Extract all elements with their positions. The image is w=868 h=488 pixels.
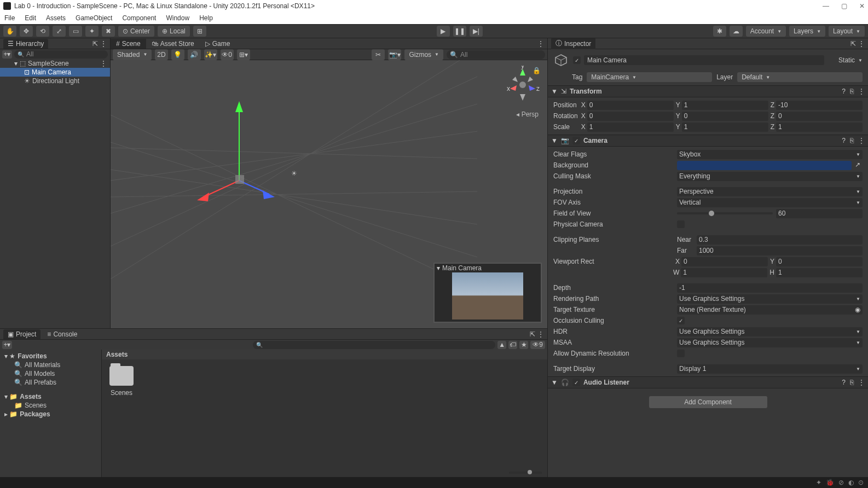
menu-icon[interactable]: ⋮ [858, 137, 865, 144]
layers-dropdown[interactable]: Layers▼ [789, 26, 825, 37]
assets-header[interactable]: ▾ 📁 Assets [0, 392, 101, 401]
tab-menu-icon[interactable]: ⋮ [537, 40, 544, 48]
tag-dropdown[interactable]: MainCamera▼ [587, 72, 712, 82]
custom-tool-icon[interactable]: ✖ [102, 26, 115, 37]
snap-toggle-icon[interactable]: ⊞ [193, 26, 206, 37]
tab-asset-store[interactable]: 🛍 Asset Store [146, 39, 200, 49]
tools-icon[interactable]: ✂ [372, 49, 385, 60]
fov-axis-dropdown[interactable]: Vertical▼ [677, 198, 863, 207]
hand-tool-icon[interactable]: ✋ [3, 26, 16, 37]
space-toggle[interactable]: ⊕Local [158, 26, 190, 37]
menu-icon[interactable]: ⋮ [537, 330, 544, 338]
directional-light-icon[interactable]: ☀ [291, 170, 297, 177]
preset-icon[interactable]: ⎘ [850, 137, 854, 144]
messages-icon[interactable]: ⊙ [858, 479, 864, 486]
projection-label[interactable]: ◂ Persp [516, 111, 539, 118]
help-icon[interactable]: ? [842, 379, 846, 386]
collab-icon[interactable]: ✱ [713, 26, 726, 37]
tab-console[interactable]: ≡ Console [43, 329, 82, 339]
help-icon[interactable]: ? [842, 88, 846, 95]
fav-materials[interactable]: 🔍 All Materials [0, 361, 101, 369]
account-dropdown[interactable]: Account▼ [746, 26, 786, 37]
rendering-path-dropdown[interactable]: Use Graphics Settings▼ [677, 294, 863, 304]
menu-file[interactable]: File [4, 14, 15, 22]
play-button-icon[interactable]: ▶ [437, 26, 450, 37]
breadcrumb[interactable]: Assets [102, 350, 547, 359]
filter-label-icon[interactable]: 🏷 [508, 341, 517, 349]
auto-generate-lighting-icon[interactable]: ✦ [816, 479, 821, 486]
object-name-field[interactable]: Main Camera [584, 55, 824, 65]
background-color-field[interactable] [677, 161, 852, 170]
maximize-icon[interactable]: ▢ [841, 2, 847, 10]
hierarchy-item-light[interactable]: ☀ Directional Light [0, 77, 110, 85]
physical-camera-checkbox[interactable] [677, 220, 685, 228]
tab-inspector[interactable]: ⓘ Inspector [551, 38, 595, 49]
audio-listener-header[interactable]: ▼ 🎧 ✓ Audio Listener ?⎘⋮ [548, 376, 868, 388]
preset-icon[interactable]: ⎘ [850, 379, 854, 386]
position-z-field[interactable] [776, 101, 863, 110]
transform-component-header[interactable]: ▼ ⇲ Transform ?⎘⋮ [548, 85, 868, 97]
msaa-dropdown[interactable]: Use Graphics Settings▼ [677, 338, 863, 347]
pivot-toggle[interactable]: ⊙Center [118, 26, 154, 37]
menu-icon[interactable]: ⋮ [858, 40, 865, 48]
object-picker-icon[interactable]: ◉ [855, 306, 860, 313]
scene-item[interactable]: ▾ ⬚ SampleScene⋮ [0, 59, 110, 68]
active-checkbox[interactable]: ✓ [573, 56, 581, 64]
scale-tool-icon[interactable]: ⤢ [53, 26, 66, 37]
scene-search[interactable]: 🔍 All [447, 50, 545, 59]
debug-icon[interactable]: 🐞 [826, 479, 834, 486]
viewport-w-field[interactable] [681, 268, 767, 277]
occlusion-checkbox[interactable]: ✓ [677, 317, 685, 324]
step-button-icon[interactable]: ▶| [470, 26, 483, 37]
add-component-button[interactable]: Add Component [649, 396, 767, 408]
fx-toggle-icon[interactable]: ✨▾ [204, 49, 217, 60]
near-clip-field[interactable] [697, 235, 863, 245]
move-gizmo-icon[interactable] [193, 88, 313, 219]
clear-flags-dropdown[interactable]: Skybox▼ [677, 150, 863, 159]
far-clip-field[interactable] [697, 246, 863, 255]
position-y-field[interactable] [682, 101, 768, 110]
favorite-icon[interactable]: ★ [519, 341, 528, 349]
viewport-y-field[interactable] [776, 257, 863, 266]
tab-game[interactable]: ▷ Game [200, 39, 236, 49]
tab-scene[interactable]: # Scene [111, 39, 146, 49]
fov-field[interactable] [776, 209, 863, 218]
projection-dropdown[interactable]: Perspective▼ [677, 187, 863, 196]
create-dropdown-icon[interactable]: +▾ [2, 50, 12, 59]
lock-icon[interactable]: ⇱ [850, 40, 856, 48]
scene-view[interactable]: ☀ y x z 🔒 ◂ Persp ▾ Main Camera [111, 60, 547, 328]
menu-window[interactable]: Window [166, 14, 189, 22]
target-texture-field[interactable]: None (Render Texture)◉ [677, 305, 863, 315]
thumbnail-size-slider[interactable] [509, 472, 542, 474]
menu-gameobject[interactable]: GameObject [76, 14, 112, 22]
asset-scenes[interactable]: 📁 Scenes [0, 401, 101, 410]
close-icon[interactable]: ✕ [859, 2, 865, 10]
menu-help[interactable]: Help [199, 14, 213, 22]
menu-icon[interactable]: ⋮ [858, 88, 865, 95]
popout-icon[interactable]: ⇱ [530, 330, 535, 338]
camera-component-header[interactable]: ▼ 📷 ✓ Camera ?⎘⋮ [548, 135, 868, 147]
scale-x-field[interactable] [587, 123, 674, 132]
favorites-header[interactable]: ▾ ★ Favorites [0, 352, 101, 361]
transform-tool-icon[interactable]: ✦ [85, 26, 99, 37]
grid-toggle-icon[interactable]: ⊞▾ [237, 49, 250, 60]
gameobject-icon[interactable] [553, 53, 569, 68]
error-pause-icon[interactable]: ⊘ [838, 479, 844, 486]
viewport-x-field[interactable] [681, 257, 768, 266]
depth-field[interactable] [677, 283, 863, 293]
rect-tool-icon[interactable]: ▭ [69, 26, 82, 37]
lock-icon[interactable]: 🔒 [533, 67, 541, 74]
shading-mode-dropdown[interactable]: Shaded▼ [113, 49, 152, 60]
tab-project[interactable]: ▣ Project [3, 329, 40, 339]
preset-icon[interactable]: ⎘ [850, 88, 854, 95]
rotation-x-field[interactable] [587, 112, 674, 121]
culling-mask-dropdown[interactable]: Everything▼ [677, 172, 863, 181]
cloud-icon[interactable]: ☁ [730, 26, 743, 37]
target-display-dropdown[interactable]: Display 1▼ [677, 364, 863, 374]
pause-button-icon[interactable]: ❚❚ [453, 26, 466, 37]
hdr-dropdown[interactable]: Use Graphics Settings▼ [677, 327, 863, 336]
layer-dropdown[interactable]: Default▼ [737, 72, 863, 82]
menu-assets[interactable]: Assets [46, 14, 66, 22]
menu-icon[interactable]: ⋮ [100, 40, 107, 48]
camera-enabled-checkbox[interactable]: ✓ [572, 137, 580, 144]
